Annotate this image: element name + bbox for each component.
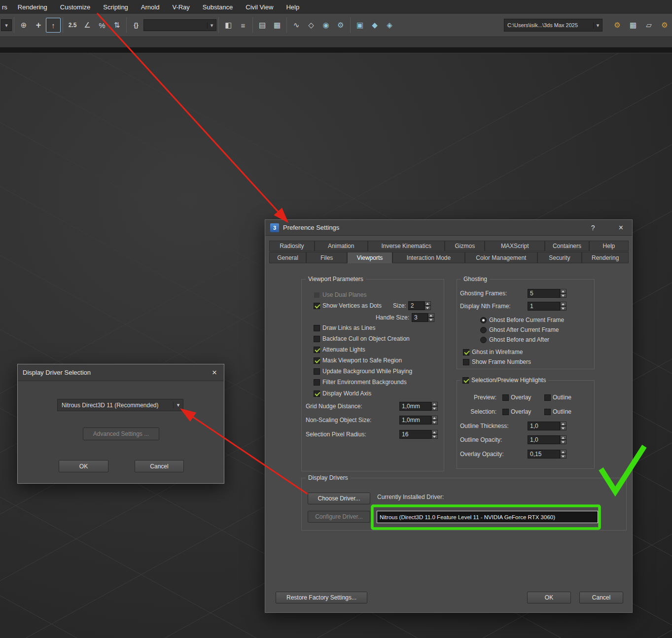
tab-files[interactable]: Files <box>306 252 347 263</box>
driver-dropdown[interactable]: Nitrous Direct3D 11 (Recommended) ▾ <box>57 399 183 411</box>
project-path-combo[interactable]: C:\Users\isik...\3ds Max 2025 ▾ <box>504 19 602 32</box>
spin-up-icon[interactable] <box>428 313 434 318</box>
spin-down-icon[interactable] <box>431 434 438 439</box>
project-copy-icon[interactable]: ▱ <box>641 18 656 33</box>
nonscaling-size-field[interactable]: 1,0mm <box>399 416 431 425</box>
tab-radiosity[interactable]: Radiosity <box>269 241 315 251</box>
tab-rendering[interactable]: Rendering <box>582 252 629 263</box>
cancel-button[interactable]: Cancel <box>579 592 623 603</box>
menu-item-scripting[interactable]: Scripting <box>97 3 135 11</box>
tab-help[interactable]: Help <box>589 241 629 251</box>
menu-item-substance[interactable]: Substance <box>196 3 239 11</box>
attenuate-lights-checkbox[interactable] <box>314 347 320 353</box>
menu-item-truncated[interactable]: rs <box>0 3 11 11</box>
menu-item-arnold[interactable]: Arnold <box>135 3 166 11</box>
dialog-titlebar[interactable]: Display Driver Selection × <box>18 364 224 381</box>
update-background-checkbox[interactable] <box>314 368 320 375</box>
tab-containers[interactable]: Containers <box>545 241 589 251</box>
angle-snap-icon[interactable]: ∠ <box>80 18 95 33</box>
mask-safe-region-checkbox[interactable] <box>314 357 320 364</box>
selection-outline-checkbox[interactable] <box>544 409 551 415</box>
tab-maxscript[interactable]: MAXScript <box>485 241 545 251</box>
menu-item-rendering[interactable]: Rendering <box>11 3 54 11</box>
vertex-size-field[interactable]: 2 <box>408 301 424 310</box>
installed-driver-field[interactable]: Nitrous (Direct3D 11.0 Feature Level 11 … <box>377 511 598 523</box>
spin-down-icon[interactable] <box>560 306 566 311</box>
tab-color-management[interactable]: Color Management <box>465 252 537 263</box>
spin-down-icon[interactable] <box>560 440 566 444</box>
material-editor-icon[interactable]: ◉ <box>318 18 333 33</box>
render-iterative-icon[interactable]: ◈ <box>382 18 397 33</box>
named-selection-combo[interactable]: ▾ <box>143 19 216 31</box>
spin-up-icon[interactable] <box>560 435 566 440</box>
mirror-icon[interactable]: ◧ <box>221 18 236 33</box>
spin-down-icon[interactable] <box>560 454 566 459</box>
tab-general[interactable]: General <box>269 252 306 263</box>
ghost-before-and-after-radio[interactable] <box>480 337 487 343</box>
spinner-snap-icon[interactable]: ⇅ <box>109 18 124 33</box>
outline-thickness-field[interactable]: 1,0 <box>528 422 560 430</box>
spin-up-icon[interactable] <box>431 416 438 420</box>
show-vertices-checkbox[interactable] <box>314 303 320 309</box>
close-icon[interactable]: × <box>212 368 217 378</box>
tab-interaction-mode[interactable]: Interaction Mode <box>392 252 465 263</box>
preview-outline-checkbox[interactable] <box>544 394 551 401</box>
selection-pixel-radius-field[interactable]: 16 <box>399 430 431 439</box>
draw-links-checkbox[interactable] <box>314 325 320 331</box>
schematic-view-icon[interactable]: ◇ <box>304 18 318 33</box>
spin-down-icon[interactable] <box>560 293 566 298</box>
ghost-after-radio[interactable] <box>480 327 487 333</box>
ghosting-frames-field[interactable]: 5 <box>528 289 560 298</box>
spin-up-icon[interactable] <box>431 430 438 434</box>
choose-driver-button[interactable]: Choose Driver... <box>308 493 370 504</box>
render-production-icon[interactable]: ◆ <box>367 18 382 33</box>
menu-item-help[interactable]: Help <box>280 3 306 11</box>
tab-security[interactable]: Security <box>537 252 582 263</box>
preview-overlay-checkbox[interactable] <box>502 394 509 401</box>
spin-down-icon[interactable] <box>560 426 566 430</box>
spin-down-icon[interactable] <box>431 420 438 425</box>
grid-nudge-field[interactable]: 1,0mm <box>399 402 431 411</box>
scene-explorer-icon[interactable]: ▦ <box>270 18 284 33</box>
curve-editor-icon[interactable]: ∿ <box>289 18 304 33</box>
handle-size-field[interactable]: 3 <box>412 313 428 322</box>
project-gear-icon[interactable]: ⚙ <box>610 18 625 33</box>
project-gear2-icon[interactable]: ⚙ <box>657 18 672 33</box>
cancel-button[interactable]: Cancel <box>135 460 184 472</box>
edit-named-selections-icon[interactable]: {} <box>129 18 143 33</box>
snaps-toggle-icon[interactable]: 2.5 <box>65 18 80 33</box>
percent-snap-icon[interactable]: % <box>95 18 109 33</box>
display-world-axis-checkbox[interactable] <box>314 390 320 397</box>
selection-preview-highlights-checkbox[interactable] <box>462 377 469 384</box>
spin-up-icon[interactable] <box>560 450 566 454</box>
render-setup-icon[interactable]: ⚙ <box>333 18 348 33</box>
use-dual-planes-checkbox[interactable] <box>314 292 320 298</box>
coordinate-combo[interactable]: ▾ <box>1 19 12 31</box>
select-object-icon[interactable]: ↑ <box>46 18 61 33</box>
ok-button[interactable]: OK <box>59 460 108 472</box>
backface-cull-checkbox[interactable] <box>314 336 320 342</box>
spin-up-icon[interactable] <box>424 301 431 306</box>
select-and-link-icon[interactable]: ⊕ <box>16 18 31 33</box>
restore-factory-settings-button[interactable]: Restore Factory Settings... <box>276 592 367 603</box>
ok-button[interactable]: OK <box>527 592 571 603</box>
ghost-before-radio[interactable] <box>480 317 487 323</box>
spin-down-icon[interactable] <box>431 406 438 411</box>
align-icon[interactable]: ≡ <box>236 18 250 33</box>
ghost-in-wireframe-checkbox[interactable] <box>463 349 469 355</box>
tab-viewports[interactable]: Viewports <box>347 252 392 263</box>
tab-animation[interactable]: Animation <box>315 241 368 251</box>
show-frame-numbers-checkbox[interactable] <box>463 359 469 365</box>
menu-item-civil-view[interactable]: Civil View <box>239 3 280 11</box>
filter-environment-checkbox[interactable] <box>314 379 320 386</box>
tab-inverse-kinematics[interactable]: Inverse Kinematics <box>368 241 445 251</box>
dialog-titlebar[interactable]: 3 Preference Settings ? × <box>265 220 632 236</box>
display-nth-frame-field[interactable]: 1 <box>528 302 560 311</box>
spin-up-icon[interactable] <box>431 402 438 406</box>
menu-item-customize[interactable]: Customize <box>54 3 97 11</box>
project-windows-icon[interactable]: ▦ <box>626 18 640 33</box>
tab-gizmos[interactable]: Gizmos <box>445 241 485 251</box>
spin-up-icon[interactable] <box>560 422 566 426</box>
overlay-opacity-field[interactable]: 0,15 <box>528 450 560 459</box>
spin-up-icon[interactable] <box>560 302 566 306</box>
